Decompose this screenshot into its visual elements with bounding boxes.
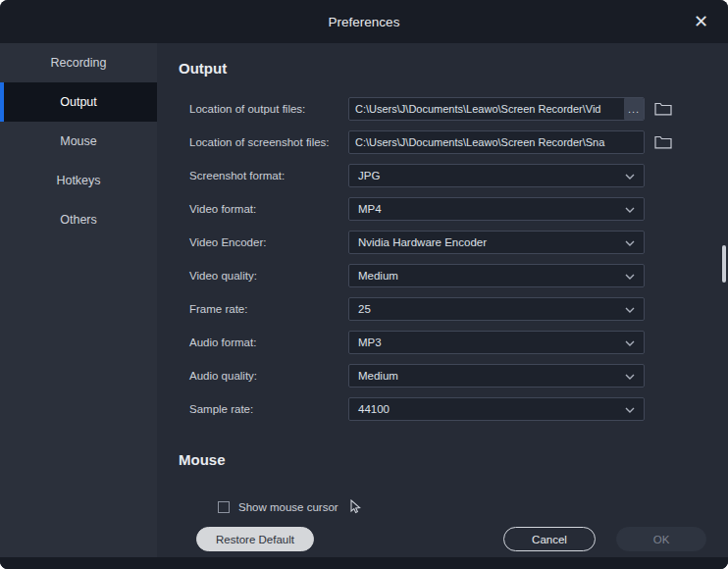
screenshot-location-field <box>348 130 645 154</box>
browse-button[interactable]: ... <box>624 98 644 120</box>
open-folder-icon[interactable] <box>654 102 672 116</box>
sidebar-item-label: Output <box>60 95 97 109</box>
output-location-field: ... <box>348 97 645 121</box>
sidebar-item-mouse[interactable]: Mouse <box>0 122 157 161</box>
form-row-screenshot-location: Location of screenshot files: <box>189 126 728 159</box>
video-format-select[interactable]: MP4 <box>348 197 645 221</box>
field-label: Video format: <box>189 203 348 215</box>
sample-rate-select[interactable]: 44100 <box>348 397 645 421</box>
form-row-video-format: Video format: MP4 <box>189 192 728 226</box>
form-row-screenshot-format: Screenshot format: JPG <box>189 159 728 192</box>
select-value: MP3 <box>358 336 382 348</box>
select-value: MP4 <box>358 203 382 215</box>
audio-format-select[interactable]: MP3 <box>348 331 645 354</box>
select-value: Medium <box>358 370 398 382</box>
show-mouse-cursor-row: Show mouse cursor <box>218 499 728 514</box>
frame-rate-select[interactable]: 25 <box>348 297 645 321</box>
video-quality-select[interactable]: Medium <box>348 264 645 287</box>
footer-bar: Restore Default Cancel OK <box>157 520 728 557</box>
field-label: Frame rate: <box>189 303 348 315</box>
content-panel: Output Location of output files: ... Loc… <box>157 43 728 569</box>
screenshot-location-input[interactable] <box>348 130 645 154</box>
sidebar-item-output[interactable]: Output <box>0 82 157 122</box>
chevron-down-icon <box>625 270 635 282</box>
form-row-audio-quality: Audio quality: Medium <box>189 359 728 392</box>
select-value: 44100 <box>358 403 390 415</box>
show-mouse-cursor-checkbox[interactable] <box>218 501 230 513</box>
field-label: Sample rate: <box>189 403 348 415</box>
output-section-heading: Output <box>179 60 728 77</box>
open-folder-icon[interactable] <box>654 135 672 149</box>
output-location-input[interactable] <box>348 97 645 121</box>
mouse-section-heading: Mouse <box>179 451 728 468</box>
form-row-frame-rate: Frame rate: 25 <box>189 292 728 326</box>
close-icon[interactable]: ✕ <box>694 13 708 30</box>
chevron-down-icon <box>625 236 635 248</box>
sidebar-item-label: Others <box>60 213 97 227</box>
show-mouse-cursor-label: Show mouse cursor <box>238 501 338 513</box>
field-label: Location of screenshot files: <box>189 136 348 148</box>
select-value: Nvidia Hardware Encoder <box>358 236 487 248</box>
chevron-down-icon <box>625 303 635 315</box>
titlebar: Preferences ✕ <box>0 0 728 43</box>
form-row-video-quality: Video quality: Medium <box>189 259 728 292</box>
sidebar-item-label: Recording <box>51 56 107 70</box>
sidebar-item-hotkeys[interactable]: Hotkeys <box>0 161 157 200</box>
ok-button[interactable]: OK <box>616 527 706 551</box>
field-label: Location of output files: <box>189 103 348 115</box>
cancel-button[interactable]: Cancel <box>503 527 596 551</box>
chevron-down-icon <box>625 403 635 415</box>
sidebar-item-label: Hotkeys <box>56 174 100 187</box>
form-row-sample-rate: Sample rate: 44100 <box>189 392 728 426</box>
select-value: JPG <box>358 170 380 181</box>
audio-quality-select[interactable]: Medium <box>348 364 645 388</box>
chevron-down-icon <box>625 370 635 382</box>
restore-default-button[interactable]: Restore Default <box>196 527 314 551</box>
select-value: Medium <box>358 270 398 282</box>
sidebar: Recording Output Mouse Hotkeys Others <box>0 43 157 569</box>
output-form: Location of output files: ... Location o… <box>189 92 728 426</box>
video-encoder-select[interactable]: Nvidia Hardware Encoder <box>348 231 645 254</box>
selected-accent-bar <box>0 82 4 122</box>
form-row-video-encoder: Video Encoder: Nvidia Hardware Encoder <box>189 226 728 259</box>
window-bottom-edge <box>0 557 728 569</box>
sidebar-item-recording[interactable]: Recording <box>0 43 157 82</box>
scrollbar-thumb[interactable] <box>722 245 726 283</box>
form-row-audio-format: Audio format: MP3 <box>189 326 728 359</box>
chevron-down-icon <box>625 336 635 348</box>
screenshot-format-select[interactable]: JPG <box>348 164 645 187</box>
sidebar-item-label: Mouse <box>60 134 97 148</box>
form-row-output-location: Location of output files: ... <box>189 92 728 126</box>
field-label: Audio format: <box>189 336 348 348</box>
mouse-pointer-icon <box>349 499 362 514</box>
field-label: Audio quality: <box>189 370 348 382</box>
chevron-down-icon <box>625 170 635 181</box>
select-value: 25 <box>358 303 371 315</box>
field-label: Video quality: <box>189 270 348 282</box>
preferences-window: Preferences ✕ Recording Output Mouse Hot… <box>0 0 728 569</box>
field-label: Video Encoder: <box>189 236 348 248</box>
sidebar-item-others[interactable]: Others <box>0 200 157 239</box>
chevron-down-icon <box>625 203 635 215</box>
window-title: Preferences <box>329 15 400 29</box>
field-label: Screenshot format: <box>189 170 348 181</box>
